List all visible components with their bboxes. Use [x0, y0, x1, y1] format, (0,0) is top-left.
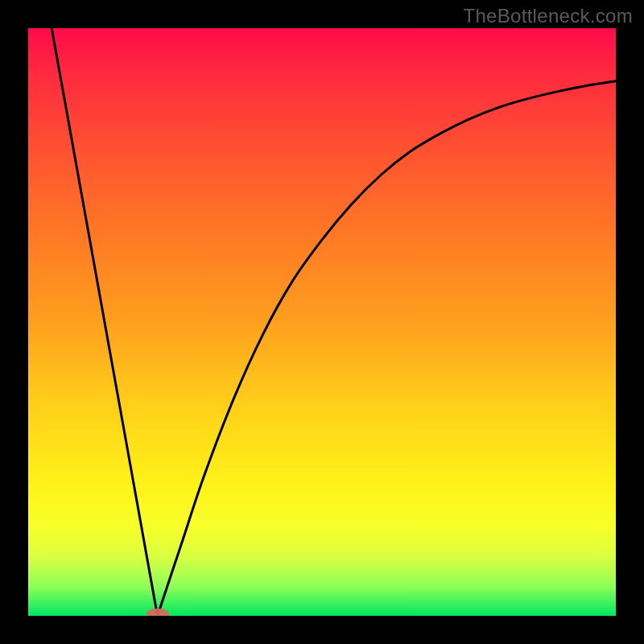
chart-frame: { "watermark": "TheBottleneck.com", "col… — [0, 0, 644, 644]
curve-path — [52, 28, 616, 616]
bottleneck-curve — [28, 28, 616, 616]
minimum-marker-dot — [147, 609, 169, 616]
watermark-text: TheBottleneck.com — [463, 5, 633, 27]
plot-area — [28, 28, 616, 616]
